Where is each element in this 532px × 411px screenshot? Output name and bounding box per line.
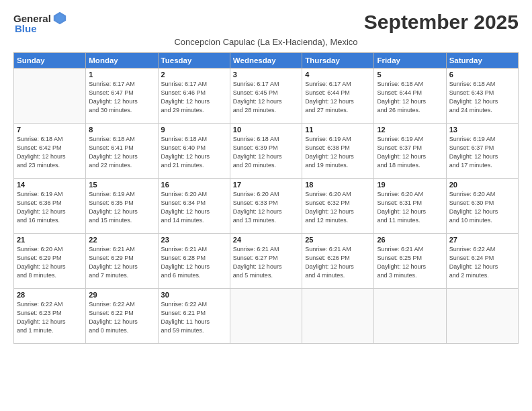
day-number: 8 [89, 126, 154, 134]
day-number: 3 [233, 71, 299, 79]
calendar-cell: 5Sunrise: 6:18 AMSunset: 6:44 PMDaylight… [374, 68, 446, 124]
weekday-header: Thursday [302, 53, 374, 68]
day-info: Sunrise: 6:22 AMSunset: 6:21 PMDaylight:… [161, 300, 227, 335]
day-number: 25 [305, 236, 371, 244]
day-number: 10 [233, 126, 299, 134]
weekday-header: Saturday [446, 53, 518, 68]
calendar-cell: 20Sunrise: 6:20 AMSunset: 6:30 PMDayligh… [446, 179, 518, 234]
day-info: Sunrise: 6:20 AMSunset: 6:31 PMDaylight:… [377, 190, 443, 225]
calendar-cell: 2Sunrise: 6:17 AMSunset: 6:46 PMDaylight… [158, 68, 230, 124]
calendar-cell: 17Sunrise: 6:20 AMSunset: 6:33 PMDayligh… [230, 179, 302, 234]
day-info: Sunrise: 6:21 AMSunset: 6:28 PMDaylight:… [161, 245, 227, 280]
day-info: Sunrise: 6:17 AMSunset: 6:46 PMDaylight:… [161, 80, 227, 115]
day-info: Sunrise: 6:20 AMSunset: 6:34 PMDaylight:… [161, 190, 227, 225]
weekday-header: Monday [86, 53, 158, 68]
calendar-cell: 12Sunrise: 6:19 AMSunset: 6:37 PMDayligh… [374, 124, 446, 179]
calendar-cell: 25Sunrise: 6:21 AMSunset: 6:26 PMDayligh… [302, 234, 374, 289]
calendar-cell: 27Sunrise: 6:22 AMSunset: 6:24 PMDayligh… [446, 234, 518, 289]
day-info: Sunrise: 6:19 AMSunset: 6:38 PMDaylight:… [305, 135, 371, 170]
day-number: 4 [305, 71, 371, 79]
calendar-cell [302, 289, 374, 344]
day-info: Sunrise: 6:18 AMSunset: 6:41 PMDaylight:… [89, 135, 154, 170]
day-info: Sunrise: 6:20 AMSunset: 6:32 PMDaylight:… [305, 190, 371, 225]
calendar-cell [14, 68, 86, 124]
day-number: 27 [449, 236, 515, 244]
calendar: SundayMondayTuesdayWednesdayThursdayFrid… [13, 52, 519, 344]
day-info: Sunrise: 6:20 AMSunset: 6:29 PMDaylight:… [17, 245, 83, 280]
calendar-cell [374, 289, 446, 344]
day-info: Sunrise: 6:21 AMSunset: 6:27 PMDaylight:… [233, 245, 299, 280]
calendar-cell: 21Sunrise: 6:20 AMSunset: 6:29 PMDayligh… [14, 234, 86, 289]
logo-blue: Blue [15, 23, 37, 34]
day-info: Sunrise: 6:20 AMSunset: 6:33 PMDaylight:… [233, 190, 299, 225]
calendar-cell: 13Sunrise: 6:19 AMSunset: 6:37 PMDayligh… [446, 124, 518, 179]
weekday-header: Friday [374, 53, 446, 68]
day-number: 28 [17, 291, 83, 299]
calendar-cell: 8Sunrise: 6:18 AMSunset: 6:41 PMDaylight… [86, 124, 158, 179]
day-number: 30 [161, 291, 227, 299]
calendar-cell: 9Sunrise: 6:18 AMSunset: 6:40 PMDaylight… [158, 124, 230, 179]
day-number: 15 [89, 181, 154, 189]
calendar-cell: 30Sunrise: 6:22 AMSunset: 6:21 PMDayligh… [158, 289, 230, 344]
calendar-cell: 28Sunrise: 6:22 AMSunset: 6:23 PMDayligh… [14, 289, 86, 344]
calendar-cell: 10Sunrise: 6:18 AMSunset: 6:39 PMDayligh… [230, 124, 302, 179]
day-info: Sunrise: 6:17 AMSunset: 6:45 PMDaylight:… [233, 80, 299, 115]
day-number: 6 [449, 71, 515, 79]
day-info: Sunrise: 6:17 AMSunset: 6:47 PMDaylight:… [89, 80, 154, 115]
day-info: Sunrise: 6:22 AMSunset: 6:24 PMDaylight:… [449, 245, 515, 280]
day-number: 16 [161, 181, 227, 189]
header: General Blue September 2025 [13, 11, 519, 34]
logo: General Blue [13, 11, 67, 34]
day-number: 19 [377, 181, 443, 189]
calendar-cell: 16Sunrise: 6:20 AMSunset: 6:34 PMDayligh… [158, 179, 230, 234]
day-number: 9 [161, 126, 227, 134]
day-number: 7 [17, 126, 83, 134]
day-info: Sunrise: 6:19 AMSunset: 6:37 PMDaylight:… [449, 135, 515, 170]
day-number: 18 [305, 181, 371, 189]
day-number: 29 [89, 291, 154, 299]
day-info: Sunrise: 6:18 AMSunset: 6:39 PMDaylight:… [233, 135, 299, 170]
page: General Blue September 2025 Concepcion C… [0, 0, 532, 411]
day-info: Sunrise: 6:21 AMSunset: 6:26 PMDaylight:… [305, 245, 371, 280]
weekday-header: Wednesday [230, 53, 302, 68]
day-info: Sunrise: 6:22 AMSunset: 6:23 PMDaylight:… [17, 300, 83, 335]
day-number: 22 [89, 236, 154, 244]
day-number: 1 [89, 71, 154, 79]
day-number: 14 [17, 181, 83, 189]
subtitle: Concepcion Capulac (La Ex-Hacienda), Mex… [13, 37, 519, 47]
day-info: Sunrise: 6:19 AMSunset: 6:37 PMDaylight:… [377, 135, 443, 170]
month-title: September 2025 [364, 11, 519, 34]
calendar-cell [446, 289, 518, 344]
day-info: Sunrise: 6:19 AMSunset: 6:35 PMDaylight:… [89, 190, 154, 225]
calendar-cell: 26Sunrise: 6:21 AMSunset: 6:25 PMDayligh… [374, 234, 446, 289]
day-info: Sunrise: 6:18 AMSunset: 6:43 PMDaylight:… [449, 80, 515, 115]
calendar-cell: 15Sunrise: 6:19 AMSunset: 6:35 PMDayligh… [86, 179, 158, 234]
day-info: Sunrise: 6:18 AMSunset: 6:44 PMDaylight:… [377, 80, 443, 115]
day-number: 2 [161, 71, 227, 79]
calendar-cell: 3Sunrise: 6:17 AMSunset: 6:45 PMDaylight… [230, 68, 302, 124]
calendar-cell: 24Sunrise: 6:21 AMSunset: 6:27 PMDayligh… [230, 234, 302, 289]
calendar-cell: 22Sunrise: 6:21 AMSunset: 6:29 PMDayligh… [86, 234, 158, 289]
day-number: 17 [233, 181, 299, 189]
day-info: Sunrise: 6:19 AMSunset: 6:36 PMDaylight:… [17, 190, 83, 225]
day-number: 5 [377, 71, 443, 79]
day-info: Sunrise: 6:22 AMSunset: 6:22 PMDaylight:… [89, 300, 154, 335]
day-number: 26 [377, 236, 443, 244]
day-info: Sunrise: 6:18 AMSunset: 6:42 PMDaylight:… [17, 135, 83, 170]
day-number: 12 [377, 126, 443, 134]
calendar-cell: 23Sunrise: 6:21 AMSunset: 6:28 PMDayligh… [158, 234, 230, 289]
day-info: Sunrise: 6:18 AMSunset: 6:40 PMDaylight:… [161, 135, 227, 170]
calendar-cell: 18Sunrise: 6:20 AMSunset: 6:32 PMDayligh… [302, 179, 374, 234]
day-info: Sunrise: 6:21 AMSunset: 6:29 PMDaylight:… [89, 245, 154, 280]
weekday-header: Tuesday [158, 53, 230, 68]
day-info: Sunrise: 6:20 AMSunset: 6:30 PMDaylight:… [449, 190, 515, 225]
day-number: 23 [161, 236, 227, 244]
calendar-cell: 6Sunrise: 6:18 AMSunset: 6:43 PMDaylight… [446, 68, 518, 124]
weekday-header: Sunday [14, 53, 86, 68]
calendar-cell: 14Sunrise: 6:19 AMSunset: 6:36 PMDayligh… [14, 179, 86, 234]
day-number: 11 [305, 126, 371, 134]
day-info: Sunrise: 6:21 AMSunset: 6:25 PMDaylight:… [377, 245, 443, 280]
day-number: 13 [449, 126, 515, 134]
calendar-cell: 1Sunrise: 6:17 AMSunset: 6:47 PMDaylight… [86, 68, 158, 124]
day-number: 24 [233, 236, 299, 244]
